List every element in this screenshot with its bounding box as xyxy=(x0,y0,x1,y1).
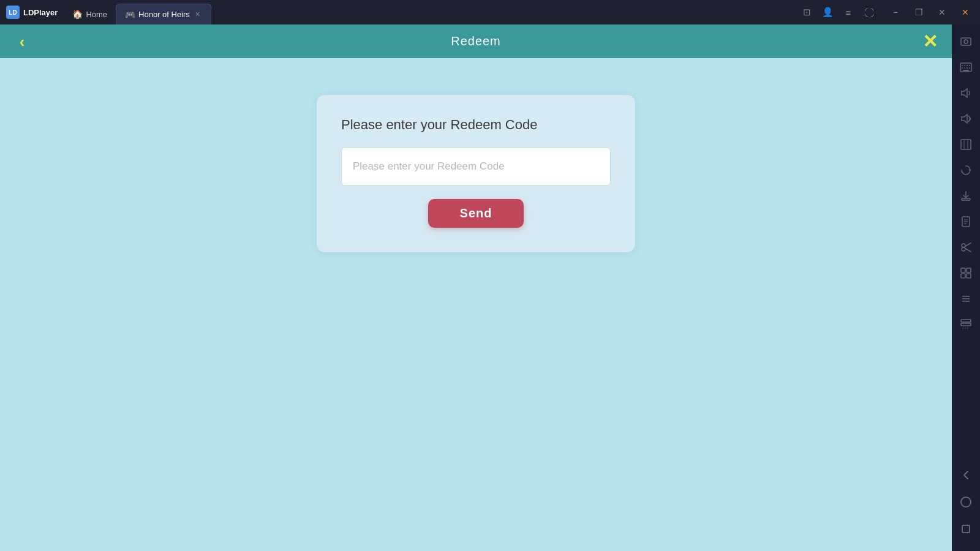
svg-rect-29 xyxy=(967,268,971,272)
logo-label: LDPlayer xyxy=(23,8,58,17)
svg-marker-13 xyxy=(962,114,967,123)
redeem-code-input[interactable] xyxy=(341,148,611,186)
svg-marker-12 xyxy=(962,89,967,97)
tab-close-button[interactable]: ✕ xyxy=(194,10,202,19)
redeem-body: Please enter your Redeem Code Send xyxy=(0,58,952,551)
svg-rect-28 xyxy=(961,268,965,272)
sidebar-back-btn[interactable] xyxy=(954,463,978,487)
titlebar-icons: ⊡ 👤 ≡ ⛶ xyxy=(791,4,884,21)
svg-rect-31 xyxy=(967,274,971,278)
back-arrow-icon: ‹ xyxy=(20,34,25,50)
title-bar: LD LDPlayer 🏠 Home 🎮 Honor of Heirs ✕ ⊡ … xyxy=(0,0,980,24)
close-x-icon: ✕ xyxy=(922,32,938,51)
sidebar-icon-grid[interactable] xyxy=(954,261,978,285)
close-button[interactable]: ✕ xyxy=(931,4,953,21)
redeem-header: ‹ Redeem ✕ xyxy=(0,24,952,58)
account-icon[interactable]: 👤 xyxy=(818,4,837,21)
sidebar-icon-keyboard[interactable] xyxy=(954,55,978,80)
home-tab-label: Home xyxy=(86,10,107,19)
svg-rect-14 xyxy=(961,140,971,149)
tab-honor-of-heirs[interactable]: 🎮 Honor of Heirs ✕ xyxy=(116,4,211,24)
right-sidebar xyxy=(952,24,980,551)
home-icon: 🏠 xyxy=(72,9,82,19)
redeem-close-button[interactable]: ✕ xyxy=(919,31,941,53)
sidebar-icon-volume-up[interactable] xyxy=(954,107,978,131)
svg-rect-35 xyxy=(961,320,971,322)
minimize-button[interactable]: − xyxy=(884,4,907,21)
window-controls: − ❐ ✕ ✕ xyxy=(884,4,980,21)
sidebar-icon-resize[interactable] xyxy=(954,132,978,157)
tab-home[interactable]: 🏠 Home xyxy=(64,4,116,24)
extra-close-button[interactable]: ✕ xyxy=(954,4,976,21)
sidebar-icon-volume-down[interactable] xyxy=(954,81,978,105)
resize-icon[interactable]: ⛶ xyxy=(860,4,878,21)
sidebar-icon-scissors[interactable] xyxy=(954,235,978,260)
game-tab-icon: 🎮 xyxy=(125,10,135,20)
sidebar-square-btn[interactable] xyxy=(954,517,978,541)
svg-marker-17 xyxy=(968,168,970,170)
menu-icon[interactable]: ≡ xyxy=(839,4,858,21)
svg-rect-0 xyxy=(961,38,971,45)
sidebar-icon-more[interactable] xyxy=(954,312,978,337)
sidebar-home-btn[interactable] xyxy=(954,490,978,514)
game-tab-label: Honor of Heirs xyxy=(138,10,190,19)
svg-point-1 xyxy=(964,40,968,43)
svg-line-27 xyxy=(965,249,971,252)
tabs: 🏠 Home 🎮 Honor of Heirs ✕ xyxy=(64,0,791,24)
main-layout: ‹ Redeem ✕ Please enter your Redeem Code… xyxy=(0,24,980,551)
svg-point-38 xyxy=(961,497,971,507)
svg-rect-30 xyxy=(961,274,965,278)
logo: LD LDPlayer xyxy=(0,6,64,19)
redeem-card: Please enter your Redeem Code Send xyxy=(317,95,635,252)
redeem-card-title: Please enter your Redeem Code xyxy=(341,117,611,133)
sidebar-icon-sync[interactable] xyxy=(954,158,978,182)
back-button[interactable]: ‹ xyxy=(11,31,33,53)
sidebar-icon-apk[interactable] xyxy=(954,209,978,234)
send-button-wrap: Send xyxy=(341,199,611,228)
send-button[interactable]: Send xyxy=(428,199,524,228)
sidebar-icon-install[interactable] xyxy=(954,184,978,208)
svg-rect-18 xyxy=(962,198,970,200)
restore-button[interactable]: ❐ xyxy=(908,4,930,21)
sidebar-icon-screenshot[interactable] xyxy=(954,29,978,54)
svg-line-26 xyxy=(965,243,971,247)
svg-rect-39 xyxy=(962,525,970,533)
ldplayer-icon: LD xyxy=(6,6,20,19)
app-content: ‹ Redeem ✕ Please enter your Redeem Code… xyxy=(0,24,952,551)
redeem-title: Redeem xyxy=(451,34,501,48)
screenshot-icon[interactable]: ⊡ xyxy=(797,4,816,21)
svg-rect-36 xyxy=(961,323,971,326)
sidebar-icon-list[interactable] xyxy=(954,287,978,311)
sidebar-bottom xyxy=(954,463,978,551)
